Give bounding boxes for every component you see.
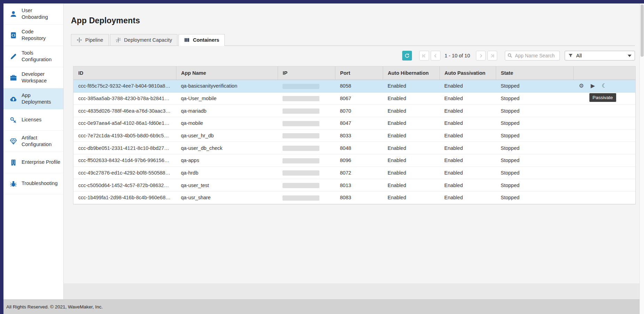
cell-id: ccc-7e72c1da-4193-4b05-b8d0-6b9c54… (73, 129, 176, 142)
cell-actions (573, 167, 635, 179)
cell-state: Stopped (496, 179, 573, 192)
cell-app-name: qa-usr_share (176, 192, 278, 204)
last-page-icon (490, 53, 495, 58)
cell-auto-passivation: Enabled (439, 105, 496, 117)
cell-app-name: qa-user_test (176, 179, 278, 192)
cell-id: ccc-0e97aea4-a5af-4102-86a1-fd60e16… (73, 117, 176, 130)
cloud-upload-icon (10, 95, 17, 103)
table-row[interactable]: ccc-7e72c1da-4193-4b05-b8d0-6b9c54…qa-us… (73, 129, 635, 142)
tab-label: Containers (193, 37, 219, 43)
tab-pipeline[interactable]: Pipeline (71, 34, 109, 46)
cell-port: 8072 (335, 167, 383, 179)
cell-ip (278, 129, 335, 142)
sidebar-item-troubleshooting[interactable]: Troubleshooting (3, 173, 63, 194)
cell-auto-hibernation: Enabled (383, 129, 439, 142)
tab-label: Pipeline (85, 37, 103, 43)
cell-port: 8048 (335, 142, 383, 154)
filter-icon (568, 53, 573, 58)
row-action-settings[interactable]: ⚙︎ (578, 82, 585, 90)
table-row[interactable]: ccc-ff502633-8432-41d4-97b6-996156…qa-ap… (73, 154, 635, 167)
cell-auto-hibernation: Enabled (383, 192, 439, 204)
search-icon (507, 53, 512, 58)
column-header-port[interactable]: Port (335, 66, 383, 80)
refresh-button[interactable] (402, 51, 412, 61)
cell-auto-passivation: Enabled (439, 192, 496, 204)
cell-ip (278, 117, 335, 130)
cell-app-name: qa-User_mobile (176, 92, 278, 105)
table-row[interactable]: ccc-49c27876-ed1c-4292-b0f8-550588…qa-hr… (73, 167, 635, 179)
table-row[interactable]: ccc-c5050d64-1452-4c57-872b-086322…qa-us… (73, 179, 635, 192)
ip-redacted-value (283, 133, 319, 138)
sidebar-item-licenses[interactable]: Licenses (3, 110, 63, 131)
left-accent-strip (0, 0, 3, 314)
page-title: App Deployments (71, 16, 644, 25)
column-header-actions (573, 66, 635, 80)
passivate-tooltip: Passivate (589, 93, 616, 102)
cell-auto-passivation: Enabled (439, 167, 496, 179)
cell-auto-hibernation: Enabled (383, 142, 439, 154)
deployments-table: IDApp NameIPPortAuto HibernationAuto Pas… (73, 66, 635, 204)
sidebar-item-app-deployments[interactable]: App Deployments (3, 88, 63, 110)
user-icon (10, 10, 17, 18)
cell-actions (573, 179, 635, 192)
pagination-prev-button[interactable] (431, 51, 440, 61)
cell-app-name: qa-apps (176, 154, 278, 167)
row-action-start[interactable]: ▶︎ (590, 82, 596, 90)
tab-containers[interactable]: Containers (178, 34, 225, 46)
sidebar-item-tools-configuration[interactable]: Tools Configuration (3, 46, 63, 67)
column-header-app-name[interactable]: App Name (176, 66, 278, 80)
cell-id: ccc-1b499fa1-2d98-416b-8c4b-960e68… (73, 192, 176, 204)
cell-port: 8067 (335, 92, 383, 105)
briefcase-icon (10, 74, 17, 81)
cell-state: Stopped (496, 117, 573, 130)
column-header-id[interactable]: ID (73, 66, 176, 80)
sidebar-item-artifact-configuration[interactable]: Artifact Configuration (3, 131, 63, 152)
cell-auto-hibernation: Enabled (383, 105, 439, 117)
pagination-range: 1 - 10 of 10 (445, 53, 470, 58)
cell-auto-passivation: Enabled (439, 129, 496, 142)
table-header-row: IDApp NameIPPortAuto HibernationAuto Pas… (73, 66, 635, 80)
cell-actions (573, 117, 635, 130)
top-bar (0, 0, 644, 3)
table-row[interactable]: ccc-1b499fa1-2d98-416b-8c4b-960e68…qa-us… (73, 192, 635, 204)
filter-dropdown[interactable]: All (565, 51, 635, 61)
sidebar-item-code-repository[interactable]: Code Repository (3, 25, 63, 46)
column-header-ip[interactable]: IP (278, 66, 335, 80)
sidebar-item-label: App Deployments (22, 92, 51, 105)
search-box (505, 51, 560, 61)
column-header-auto-hibernation[interactable]: Auto Hibernation (383, 66, 439, 80)
column-header-state[interactable]: State (496, 66, 573, 80)
table-row[interactable]: ccc-db9be051-2331-4121-8c10-8bd277…qa-us… (73, 142, 635, 154)
cell-auto-passivation: Enabled (439, 92, 496, 105)
cell-id: ccc-c5050d64-1452-4c57-872b-086322… (73, 179, 176, 192)
tab-label: Deployment Capacity (124, 37, 172, 43)
row-action-passivate[interactable]: ☾︎ (601, 82, 607, 90)
tab-deployment-capacity[interactable]: Deployment Capacity (110, 34, 178, 46)
cell-state: Stopped (496, 105, 573, 117)
cell-ip (278, 167, 335, 179)
table-row[interactable]: ccc-f85c75c2-9232-4ee7-b404-9810a8…qa-ba… (73, 80, 635, 92)
table-row[interactable]: ccc-385aa5ab-3788-4230-b78a-b2841c…qa-Us… (73, 92, 635, 105)
cell-ip (278, 80, 335, 92)
scrollbar-thumb[interactable] (641, 5, 644, 57)
search-input[interactable] (505, 51, 560, 61)
sidebar-item-user-onboarding[interactable]: User Onboarding (3, 3, 63, 25)
toolbar: 1 - 10 of 10 All (64, 51, 635, 61)
pagination-next-button[interactable] (476, 51, 486, 61)
pagination-first-button[interactable] (419, 51, 429, 61)
scrollbar-track[interactable] (639, 3, 644, 314)
capacity-icon (116, 37, 121, 43)
ip-redacted-value (283, 121, 319, 126)
table-body: ccc-f85c75c2-9232-4ee7-b404-9810a8…qa-ba… (73, 80, 635, 204)
column-header-auto-passivation[interactable]: Auto Passivation (439, 66, 496, 80)
sidebar-item-enterprise-profile[interactable]: Enterprise Profile (3, 152, 63, 173)
sidebar-item-developer-workspace[interactable]: Developer Workspace (3, 67, 63, 88)
cell-state: Stopped (496, 142, 573, 154)
main-content: App Deployments PipelineDeployment Capac… (64, 3, 644, 299)
pagination-last-button[interactable] (487, 51, 497, 61)
tools-icon (10, 53, 17, 60)
table-row[interactable]: ccc-0e97aea4-a5af-4102-86a1-fd60e16…qa-m… (73, 117, 635, 130)
diamond-icon (10, 138, 17, 145)
cell-state: Stopped (496, 192, 573, 204)
table-row[interactable]: ccc-4835d026-788f-46ea-a76d-30aac3…qa-ma… (73, 105, 635, 117)
